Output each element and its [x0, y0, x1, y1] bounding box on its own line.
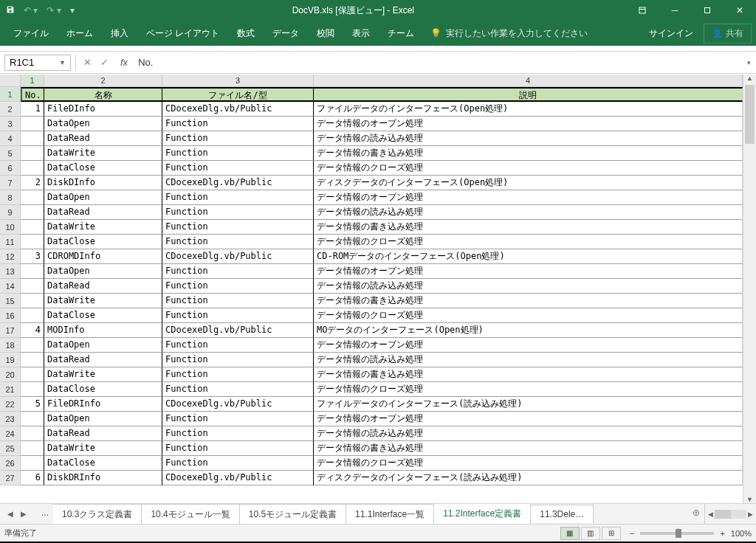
sheet-tab[interactable]: 10.5モジュール定義書 — [240, 504, 346, 524]
cell[interactable] — [21, 412, 44, 426]
cell[interactable]: 5 — [21, 397, 44, 412]
cell[interactable] — [21, 353, 44, 367]
cell[interactable] — [21, 382, 44, 397]
cell[interactable]: Function — [162, 294, 314, 308]
row-header[interactable]: 12 — [0, 249, 21, 264]
cell[interactable]: DataWrite — [44, 146, 162, 161]
save-icon[interactable] — [6, 5, 15, 16]
cell[interactable]: CDocexeDlg.vb/Public — [162, 102, 314, 117]
cell[interactable] — [21, 146, 44, 161]
cell[interactable]: ディスクデータのインターフェース(Open処理) — [314, 176, 743, 190]
cell[interactable] — [21, 308, 44, 323]
cell[interactable]: データ情報の読み込み処理 — [314, 279, 743, 294]
row-header[interactable]: 15 — [0, 294, 21, 308]
cell[interactable]: DataWrite — [44, 220, 162, 235]
view-page-break-icon[interactable]: ⊞ — [602, 527, 621, 540]
cell[interactable]: CDROMDInfo — [44, 249, 162, 264]
cell[interactable]: データ情報の読み込み処理 — [314, 353, 743, 367]
cell[interactable] — [21, 441, 44, 456]
zoom-slider[interactable] — [640, 532, 714, 535]
cell[interactable]: データ情報のオープン処理 — [314, 412, 743, 426]
scroll-up-icon[interactable]: ▲ — [743, 75, 756, 82]
cell[interactable]: DataRead — [44, 279, 162, 294]
row-header[interactable]: 2 — [0, 102, 21, 117]
cell[interactable]: Function — [162, 279, 314, 294]
cell[interactable]: DataRead — [44, 426, 162, 441]
cell[interactable]: Function — [162, 426, 314, 441]
cell[interactable]: Function — [162, 338, 314, 353]
cell[interactable]: データ情報のクローズ処理 — [314, 308, 743, 323]
cell[interactable]: 6 — [21, 471, 44, 485]
formula-input[interactable]: No. — [132, 57, 741, 68]
cell[interactable] — [21, 220, 44, 235]
zoom-out-icon[interactable]: − — [630, 529, 634, 538]
cell[interactable]: データ情報のクローズ処理 — [314, 235, 743, 249]
ribbon-display-icon[interactable] — [626, 0, 659, 21]
tell-me[interactable]: 💡 実行したい作業を入力してください — [423, 27, 588, 40]
undo-icon[interactable]: ↶ ▾ — [24, 5, 38, 15]
cell[interactable]: DataOpen — [44, 190, 162, 205]
cell[interactable]: Function — [162, 131, 314, 146]
scroll-down-icon[interactable]: ▼ — [743, 496, 756, 503]
cell[interactable]: DataClose — [44, 161, 162, 176]
cell[interactable] — [21, 367, 44, 382]
ribbon-tab-0[interactable]: ファイル — [4, 21, 58, 46]
close-button[interactable]: ✕ — [724, 0, 756, 21]
cell[interactable] — [21, 279, 44, 294]
cell[interactable]: CDocexeDlg.vb/Public — [162, 323, 314, 338]
cell[interactable]: Function — [162, 441, 314, 456]
row-header[interactable]: 16 — [0, 308, 21, 323]
cell[interactable]: Function — [162, 367, 314, 382]
hscroll-left-icon[interactable]: ◀ — [708, 511, 713, 518]
cell[interactable]: Function — [162, 161, 314, 176]
cell[interactable]: データ情報の書き込み処理 — [314, 441, 743, 456]
ribbon-tab-3[interactable]: ページ レイアウト — [137, 21, 228, 46]
cell[interactable]: データ情報のオープン処理 — [314, 264, 743, 279]
vertical-scrollbar[interactable]: ▲ ▼ — [743, 75, 756, 503]
cell[interactable] — [21, 190, 44, 205]
cell[interactable]: Function — [162, 205, 314, 220]
cell[interactable]: DataClose — [44, 308, 162, 323]
row-header[interactable]: 24 — [0, 426, 21, 441]
cell[interactable]: DataRead — [44, 131, 162, 146]
ribbon-tab-2[interactable]: 挿入 — [102, 21, 137, 46]
sheet-tab[interactable]: 11.3Dele… — [531, 505, 594, 523]
cell[interactable]: ファイル名/型 — [162, 87, 314, 102]
cell[interactable] — [21, 264, 44, 279]
cell[interactable]: MOデータのインターフェース(Open処理) — [314, 323, 743, 338]
cell[interactable]: CDocexeDlg.vb/Public — [162, 249, 314, 264]
cell[interactable]: Function — [162, 190, 314, 205]
select-all-corner[interactable] — [0, 75, 21, 86]
cell[interactable]: DataOpen — [44, 117, 162, 131]
cell[interactable]: DataOpen — [44, 264, 162, 279]
sheet-tab[interactable]: 11.1Interface一覧 — [346, 504, 434, 524]
cell[interactable]: データ情報の書き込み処理 — [314, 367, 743, 382]
cell[interactable]: データ情報の読み込み処理 — [314, 426, 743, 441]
cell[interactable]: データ情報のオープン処理 — [314, 117, 743, 131]
cell[interactable]: DiskDRInfo — [44, 471, 162, 485]
col-header-2[interactable]: 2 — [44, 75, 162, 86]
horizontal-scrollbar[interactable]: ◀ ▶ — [704, 504, 756, 524]
cell[interactable] — [21, 456, 44, 471]
cell[interactable]: No. — [21, 87, 44, 102]
hscroll-right-icon[interactable]: ▶ — [748, 511, 753, 518]
sheet-rows[interactable]: 1No.名称ファイル名/型説明21FileDInfoCDocexeDlg.vb/… — [0, 87, 743, 503]
cell[interactable] — [21, 205, 44, 220]
cell[interactable] — [21, 426, 44, 441]
row-header[interactable]: 10 — [0, 220, 21, 235]
signin-button[interactable]: サインイン — [639, 27, 704, 40]
cell[interactable]: 3 — [21, 249, 44, 264]
cell[interactable]: MODInfo — [44, 323, 162, 338]
cell[interactable]: データ情報の読み込み処理 — [314, 131, 743, 146]
minimize-button[interactable]: ─ — [659, 0, 691, 21]
add-sheet-icon[interactable]: ⊕ — [688, 504, 704, 524]
cell[interactable]: DataClose — [44, 456, 162, 471]
cell[interactable]: データ情報の書き込み処理 — [314, 220, 743, 235]
cell[interactable]: Function — [162, 117, 314, 131]
row-header[interactable]: 11 — [0, 235, 21, 249]
cell[interactable]: CDocexeDlg.vb/Public — [162, 397, 314, 412]
hscroll-thumb[interactable] — [715, 510, 746, 519]
zoom-in-icon[interactable]: + — [720, 529, 724, 538]
ribbon-tab-4[interactable]: 数式 — [228, 21, 264, 46]
row-header[interactable]: 25 — [0, 441, 21, 456]
